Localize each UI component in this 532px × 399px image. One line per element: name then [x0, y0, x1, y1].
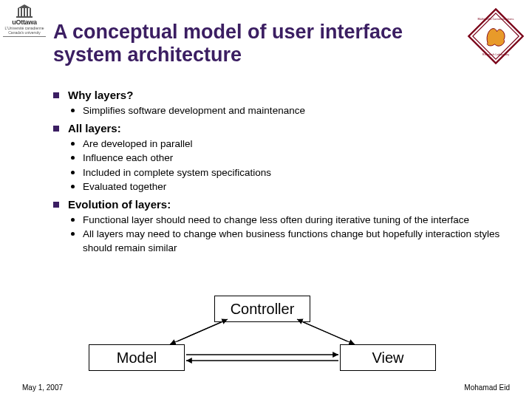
slide: uOttawa L'Université canadienne Canada's… [0, 0, 532, 399]
research-lab-logo: Multimedia Communications Research Labor… [467, 7, 525, 65]
sub-bullet: Influence each other [68, 151, 510, 165]
bullet-label: All layers: [68, 122, 121, 134]
box-model: Model [89, 344, 185, 371]
svg-line-5 [177, 319, 228, 341]
logo-name: uOttawa [3, 18, 46, 26]
bullet-evolution: Evolution of layers: Functional layer sh… [52, 198, 510, 255]
building-icon [16, 4, 33, 18]
university-logo: uOttawa L'Université canadienne Canada's… [3, 4, 46, 37]
logo-tagline-2: Canada's university [3, 31, 46, 35]
sub-bullet: Functional layer should need to change l… [68, 214, 510, 227]
mvc-diagram: Controller Model View [0, 296, 532, 377]
sub-bullet: Are developed in parallel [68, 137, 510, 151]
footer-date: May 1, 2007 [22, 383, 63, 392]
svg-text:Research Laboratory: Research Laboratory [482, 52, 509, 56]
sub-bullet: All layers may need to change when busin… [68, 228, 510, 254]
bullet-all-layers: All layers: Are developed in parallel In… [52, 122, 510, 194]
box-controller: Controller [214, 296, 310, 322]
svg-line-7 [297, 319, 347, 341]
sub-bullet: Included in complete system specificatio… [68, 166, 510, 180]
slide-title: A conceptual model of user interface sys… [53, 21, 451, 66]
bullet-why-layers: Why layers? Simplifies software developm… [52, 89, 510, 117]
box-view: View [340, 344, 436, 371]
slide-body: Why layers? Simplifies software developm… [52, 89, 510, 259]
sub-bullet: Evaluated together [68, 180, 510, 194]
svg-text:Multimedia Communications: Multimedia Communications [478, 17, 514, 21]
sub-bullet: Simplifies software development and main… [68, 104, 510, 117]
footer-author: Mohamad Eid [464, 383, 510, 392]
bullet-label: Evolution of layers: [68, 198, 171, 211]
bullet-label: Why layers? [68, 89, 133, 101]
svg-line-4 [170, 322, 222, 344]
svg-line-6 [303, 322, 355, 344]
